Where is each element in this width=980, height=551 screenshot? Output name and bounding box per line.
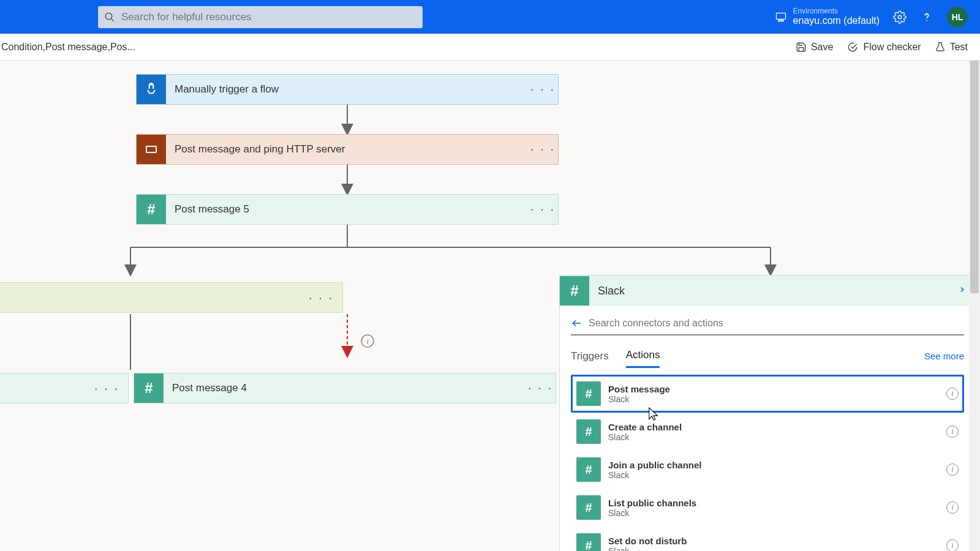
panel-title: Slack (589, 285, 958, 298)
user-avatar[interactable]: HL (947, 7, 968, 28)
flow-checker-button[interactable]: Flow checker (846, 41, 921, 53)
post-message-5-title: Post message 5 (166, 203, 527, 216)
slack-icon: # (576, 381, 601, 406)
test-button[interactable]: Test (935, 41, 968, 53)
action-connector: Slack (608, 394, 939, 404)
see-more-link[interactable]: See more (924, 351, 964, 361)
action-item-post-message[interactable]: # Post message Slack i (571, 375, 964, 413)
svg-rect-2 (776, 13, 785, 19)
environment-name: enayu.com (default) (793, 15, 880, 26)
tab-triggers[interactable]: Triggers (571, 345, 609, 367)
action-item-create-channel[interactable]: # Create a channel Slack i (571, 413, 964, 451)
svg-point-5 (926, 20, 927, 21)
back-arrow-icon[interactable] (571, 317, 582, 329)
slack-icon: # (560, 276, 589, 305)
branch-yes-action-card[interactable]: · · · (0, 373, 129, 403)
svg-point-0 (105, 13, 112, 20)
flow-title-breadcrumb: Condition,Post message,Pos... (0, 42, 135, 53)
search-icon (104, 12, 115, 23)
settings-icon[interactable] (893, 10, 907, 24)
action-item-list-channels[interactable]: # List public channels Slack i (571, 489, 964, 527)
action-search[interactable] (571, 315, 964, 335)
slack-icon: # (576, 495, 601, 520)
help-icon[interactable] (920, 10, 933, 24)
global-search[interactable] (98, 6, 423, 28)
svg-rect-3 (778, 20, 783, 21)
trigger-card[interactable]: Manually trigger a flow · · · (136, 74, 559, 105)
svg-line-1 (111, 18, 114, 21)
slack-icon: # (576, 419, 601, 444)
global-search-input[interactable] (121, 11, 417, 23)
svg-point-15 (361, 335, 374, 347)
slack-icon: # (134, 373, 164, 403)
test-icon (935, 42, 946, 53)
action-connector: Slack (608, 432, 939, 442)
info-icon[interactable]: i (946, 501, 959, 514)
scope-icon (137, 135, 166, 164)
action-connector: Slack (608, 470, 939, 480)
card-menu[interactable]: · · · (306, 290, 336, 306)
scope-card[interactable]: Post message and ping HTTP server · · · (136, 134, 559, 165)
action-connector: Slack (608, 508, 939, 518)
card-menu[interactable]: · · · (527, 201, 558, 217)
environment-label: Environments (793, 7, 880, 15)
action-connector: Slack (608, 546, 939, 552)
save-label: Save (811, 42, 833, 53)
info-icon[interactable]: i (946, 425, 959, 438)
vertical-scrollbar-thumb[interactable] (970, 61, 979, 293)
action-search-input[interactable] (589, 318, 964, 329)
branch-yes-card[interactable]: · · · (0, 282, 343, 313)
manual-trigger-icon (137, 75, 166, 104)
info-icon[interactable]: i (946, 388, 959, 400)
action-name: Join a public channel (608, 460, 939, 470)
action-item-join-channel[interactable]: # Join a public channel Slack i (571, 451, 964, 489)
slack-icon: # (576, 457, 601, 482)
post-message-5-card[interactable]: # Post message 5 · · · (136, 194, 559, 225)
card-menu[interactable]: · · · (91, 381, 122, 397)
trigger-title: Manually trigger a flow (166, 83, 527, 96)
post-message-4-title: Post message 4 (164, 382, 525, 394)
svg-rect-18 (146, 146, 156, 152)
post-message-4-card[interactable]: # Post message 4 · · · (134, 373, 556, 403)
info-icon[interactable]: i (946, 539, 959, 551)
environment-picker[interactable]: Environments enayu.com (default) (775, 7, 880, 26)
slack-icon: # (137, 195, 166, 224)
save-button[interactable]: Save (796, 41, 833, 53)
tab-actions[interactable]: Actions (626, 344, 660, 368)
card-menu[interactable]: · · · (525, 380, 556, 396)
info-icon[interactable]: i (946, 463, 959, 476)
action-picker-panel: # Slack Triggers Actions See more # Post… (559, 275, 976, 551)
svg-text:i: i (367, 337, 369, 346)
environment-icon (775, 11, 787, 23)
save-icon (796, 42, 807, 53)
card-menu[interactable]: · · · (527, 81, 558, 97)
action-item-dnd[interactable]: # Set do not disturb Slack i (571, 527, 964, 551)
action-name: Create a channel (608, 422, 939, 432)
test-label: Test (950, 42, 968, 53)
flow-checker-icon (846, 41, 859, 53)
action-name: Set do not disturb (608, 536, 939, 546)
svg-point-4 (898, 15, 902, 19)
action-name: Post message (608, 384, 939, 394)
slack-icon: # (576, 533, 601, 551)
scope-title: Post message and ping HTTP server (166, 143, 527, 156)
action-name: List public channels (608, 498, 939, 508)
card-menu[interactable]: · · · (527, 141, 558, 157)
svg-point-17 (151, 83, 152, 84)
flow-checker-label: Flow checker (863, 42, 921, 53)
